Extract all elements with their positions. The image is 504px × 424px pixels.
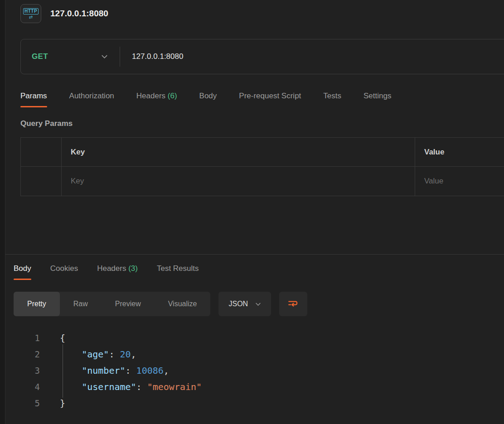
tab-label: Params	[20, 92, 47, 100]
code-line: "age": 20,	[60, 346, 202, 362]
line-number: 3	[14, 362, 40, 379]
tab-label: Headers	[136, 92, 165, 100]
line-numbers: 12345	[14, 330, 40, 411]
view-mode-switcher: PrettyRawPreviewVisualize	[14, 292, 210, 316]
url-bar: GET 127.0.0.1:8080	[20, 39, 504, 74]
code-lines-wrap: { "age": 20, "number": 10086, "username"…	[60, 330, 202, 411]
response-toolbar: PrettyRawPreviewVisualize JSON	[14, 292, 504, 316]
tab-count-badge: (6)	[165, 92, 177, 100]
wrap-text-button[interactable]	[279, 292, 307, 316]
line-number: 2	[14, 346, 40, 362]
format-label: JSON	[228, 300, 248, 308]
line-number: 1	[14, 330, 40, 346]
code-lines: { "age": 20, "number": 10086, "username"…	[60, 330, 202, 411]
tab-label: Test Results	[157, 264, 199, 273]
code-line: "username": "meowrain"	[60, 379, 202, 395]
tab-body[interactable]: Body	[14, 264, 31, 280]
request-workspace: HTTP ⇄ 127.0.0.1:8080 GET 127.0.0.1:8080…	[5, 0, 504, 424]
tab-headers[interactable]: Headers (6)	[136, 92, 177, 107]
indent-guide	[63, 344, 63, 398]
http-badge-label: HTTP	[23, 8, 39, 14]
response-tabs: BodyCookiesHeaders (3)Test Results	[14, 264, 504, 280]
method-label: GET	[32, 52, 48, 61]
table-row: Key Value	[21, 167, 504, 196]
code-line: "number": 10086,	[60, 362, 202, 379]
tab-cookies[interactable]: Cookies	[50, 264, 78, 280]
app-window: HTTP ⇄ 127.0.0.1:8080 GET 127.0.0.1:8080…	[0, 0, 504, 424]
value-column-header: Value	[415, 138, 504, 166]
tab-pre-request-script[interactable]: Pre-request Script	[239, 92, 301, 107]
tab-label: Headers	[97, 264, 126, 273]
code-line: {	[60, 330, 202, 346]
url-input[interactable]: 127.0.0.1:8080	[120, 52, 504, 61]
tab-label: Body	[199, 92, 217, 100]
tab-label: Cookies	[50, 264, 78, 273]
request-header: HTTP ⇄ 127.0.0.1:8080	[20, 3, 504, 24]
tab-label: Settings	[363, 92, 391, 100]
view-mode-raw[interactable]: Raw	[60, 292, 102, 316]
chevron-down-icon	[101, 54, 108, 59]
value-input[interactable]: Value	[415, 167, 504, 196]
key-column-header: Key	[62, 138, 415, 166]
tab-label: Body	[14, 264, 31, 273]
method-select[interactable]: GET	[21, 39, 120, 74]
view-mode-preview[interactable]: Preview	[102, 292, 155, 316]
line-number: 5	[14, 395, 40, 411]
query-params-heading: Query Params	[20, 119, 504, 128]
request-pane: HTTP ⇄ 127.0.0.1:8080 GET 127.0.0.1:8080…	[5, 0, 504, 254]
http-method-badge: HTTP ⇄	[20, 4, 41, 23]
tab-count-badge: (3)	[126, 264, 138, 273]
http-transfer-icon: ⇄	[29, 15, 33, 19]
tab-authorization[interactable]: Authorization	[69, 92, 114, 107]
tab-body[interactable]: Body	[199, 92, 217, 107]
tab-label: Authorization	[69, 92, 114, 100]
response-body-code: 12345 { "age": 20, "number": 10086, "use…	[14, 330, 504, 411]
request-title: 127.0.0.1:8080	[50, 9, 108, 19]
view-mode-pretty[interactable]: Pretty	[14, 292, 60, 316]
line-number: 4	[14, 379, 40, 395]
table-header-row: Key Value	[21, 138, 504, 167]
tab-label: Pre-request Script	[239, 92, 301, 100]
tab-label: Tests	[323, 92, 341, 100]
format-select[interactable]: JSON	[218, 292, 271, 316]
tab-headers[interactable]: Headers (3)	[97, 264, 138, 280]
row-select-header-cell	[21, 138, 62, 166]
tab-settings[interactable]: Settings	[363, 92, 391, 107]
row-select-cell	[21, 167, 62, 196]
response-pane: BodyCookiesHeaders (3)Test Results Prett…	[5, 254, 504, 424]
query-params-table: Key Value Key Value	[20, 137, 504, 196]
left-rail	[0, 0, 5, 424]
tab-tests[interactable]: Tests	[323, 92, 341, 107]
wrap-text-icon	[287, 298, 299, 310]
view-mode-visualize[interactable]: Visualize	[155, 292, 211, 316]
chevron-down-icon	[255, 302, 261, 306]
tab-test-results[interactable]: Test Results	[157, 264, 199, 280]
request-tabs: ParamsAuthorizationHeaders (6)BodyPre-re…	[20, 92, 504, 107]
key-input[interactable]: Key	[62, 167, 415, 196]
tab-params[interactable]: Params	[20, 92, 47, 107]
code-line: }	[60, 395, 202, 411]
